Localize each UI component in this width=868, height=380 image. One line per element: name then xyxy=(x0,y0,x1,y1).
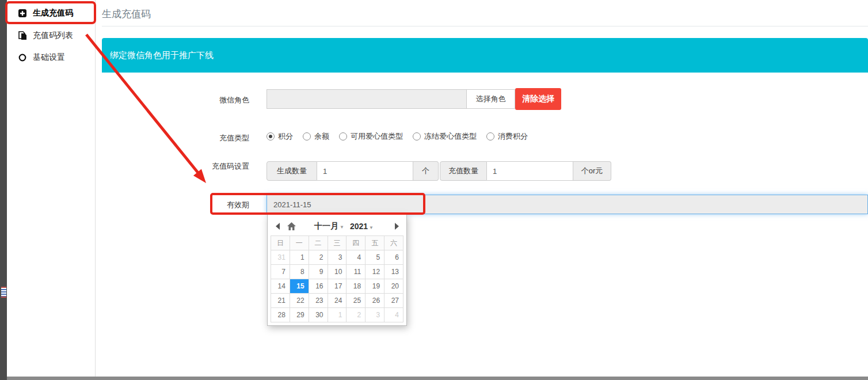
calendar-day[interactable]: 5 xyxy=(366,250,384,265)
recharge-qty-input[interactable] xyxy=(487,161,573,181)
calendar-day[interactable]: 28 xyxy=(271,308,290,322)
calendar-day[interactable]: 27 xyxy=(384,294,403,308)
day-of-week-header: 四 xyxy=(347,236,366,250)
calendar-day[interactable]: 26 xyxy=(366,294,384,308)
recharge-qty-suffix: 个or元 xyxy=(573,161,611,181)
sidebar-item-label: 生成充值码 xyxy=(33,8,73,18)
prev-month-button[interactable] xyxy=(271,219,284,233)
home-icon[interactable] xyxy=(284,219,298,233)
calendar-day[interactable]: 7 xyxy=(271,265,290,279)
calendar-day[interactable]: 25 xyxy=(347,294,366,308)
calendar-day[interactable]: 24 xyxy=(328,294,347,308)
clear-selection-button[interactable]: 清除选择 xyxy=(515,88,561,110)
sidebar-item-label: 基础设置 xyxy=(33,52,65,63)
generate-qty-input[interactable] xyxy=(317,161,413,181)
calendar-week-row: 21222324252627 xyxy=(271,294,403,308)
panel-header: 绑定微信角色用于推广下线 xyxy=(102,38,868,73)
day-of-week-header: 二 xyxy=(309,236,328,250)
radio-selected-icon[interactable] xyxy=(267,132,275,140)
circle-icon xyxy=(18,53,27,62)
sidebar: 生成充值码 充值码列表 基础设置 xyxy=(7,0,96,377)
calendar-day[interactable]: 8 xyxy=(290,265,309,279)
radio-option[interactable]: 余额 xyxy=(303,131,329,142)
sidebar-item-generate-code[interactable]: 生成充值码 xyxy=(7,5,95,22)
radio-unselected-icon[interactable] xyxy=(303,132,311,140)
calendar-week-row: 78910111213 xyxy=(271,265,403,279)
radio-unselected-icon[interactable] xyxy=(413,132,421,140)
calendar-day[interactable]: 29 xyxy=(290,308,309,322)
calendar-day[interactable]: 4 xyxy=(384,308,403,322)
radio-label: 消费积分 xyxy=(498,131,528,142)
calendar-day[interactable]: 10 xyxy=(328,265,347,279)
datepicker-header: 十一月 ▼ 2021 ▼ xyxy=(271,218,403,234)
validity-label: 有效期 xyxy=(157,200,249,210)
radio-option[interactable]: 冻结爱心值类型 xyxy=(413,131,477,142)
radio-label: 积分 xyxy=(278,131,293,142)
calendar-day[interactable]: 19 xyxy=(366,279,384,294)
calendar-day[interactable]: 4 xyxy=(347,250,366,265)
radio-label: 余额 xyxy=(314,131,329,142)
calendar-day[interactable]: 30 xyxy=(309,308,328,322)
next-month-button[interactable] xyxy=(390,219,403,233)
radio-label: 可用爱心值类型 xyxy=(351,131,403,142)
day-of-week-header: 日 xyxy=(271,236,290,250)
calendar-day[interactable]: 18 xyxy=(347,279,366,294)
calendar-day[interactable]: 21 xyxy=(271,294,290,308)
calendar-day[interactable]: 9 xyxy=(309,265,328,279)
window-bottom-edge xyxy=(0,377,868,380)
day-of-week-header: 一 xyxy=(290,236,309,250)
calendar-day[interactable]: 2 xyxy=(309,250,328,265)
calendar-day[interactable]: 14 xyxy=(271,279,290,294)
recharge-qty-group: 充值数量 个or元 xyxy=(440,161,611,181)
calendar-day[interactable]: 20 xyxy=(384,279,403,294)
page-title: 生成充值码 xyxy=(102,7,151,21)
validity-date-input[interactable] xyxy=(267,195,868,214)
radio-unselected-icon[interactable] xyxy=(339,132,347,140)
calendar-day-selected[interactable]: 15 xyxy=(290,279,309,294)
calendar-week-row: 2829301234 xyxy=(271,308,403,322)
calendar-day[interactable]: 22 xyxy=(290,294,309,308)
calendar-week-row: 31123456 xyxy=(271,250,403,265)
wechat-role-label: 微信角色 xyxy=(157,95,249,105)
datepicker-title: 十一月 ▼ 2021 ▼ xyxy=(298,221,390,231)
year-select[interactable]: 2021 ▼ xyxy=(350,222,374,231)
calendar-day[interactable]: 12 xyxy=(366,265,384,279)
calendar-day[interactable]: 23 xyxy=(309,294,328,308)
calendar-day[interactable]: 1 xyxy=(290,250,309,265)
calendar-day[interactable]: 3 xyxy=(328,250,347,265)
month-select[interactable]: 十一月 ▼ xyxy=(314,221,344,231)
calendar-day[interactable]: 11 xyxy=(347,265,366,279)
recharge-type-label: 充值类型 xyxy=(157,133,249,143)
generate-qty-suffix: 个 xyxy=(413,161,439,181)
sidebar-item-basic-settings[interactable]: 基础设置 xyxy=(7,50,95,66)
radio-option[interactable]: 可用爱心值类型 xyxy=(339,131,403,142)
day-of-week-header: 三 xyxy=(328,236,347,250)
sidebar-item-label: 充值码列表 xyxy=(33,31,73,41)
panel-title: 绑定微信角色用于推广下线 xyxy=(110,50,214,61)
select-role-button[interactable]: 选择角色 xyxy=(466,89,515,109)
title-divider xyxy=(102,26,868,26)
calendar-week-row: 14151617181920 xyxy=(271,279,403,294)
generate-qty-prefix: 生成数量 xyxy=(267,161,317,181)
datepicker-popup: 十一月 ▼ 2021 ▼ 日一二三四五六 3112345678910111213… xyxy=(267,214,407,326)
radio-option[interactable]: 消费积分 xyxy=(486,131,528,142)
calendar-day[interactable]: 16 xyxy=(309,279,328,294)
wechat-role-input[interactable] xyxy=(267,89,467,109)
plus-square-icon xyxy=(18,9,27,18)
calendar-day[interactable]: 1 xyxy=(328,308,347,322)
radio-label: 冻结爱心值类型 xyxy=(424,131,477,142)
radio-option[interactable]: 积分 xyxy=(267,131,293,142)
edge-flag-icon xyxy=(1,287,6,298)
chevron-down-icon: ▼ xyxy=(340,225,344,230)
calendar-day[interactable]: 2 xyxy=(347,308,366,322)
day-of-week-header: 五 xyxy=(366,236,384,250)
generate-qty-group: 生成数量 个 xyxy=(267,161,439,181)
calendar-day[interactable]: 6 xyxy=(384,250,403,265)
calendar-day[interactable]: 17 xyxy=(328,279,347,294)
radio-unselected-icon[interactable] xyxy=(486,132,494,140)
sidebar-item-code-list[interactable]: 充值码列表 xyxy=(7,28,95,44)
calendar-day[interactable]: 3 xyxy=(366,308,384,322)
day-of-week-header: 六 xyxy=(384,236,403,250)
calendar-day[interactable]: 31 xyxy=(271,250,290,265)
calendar-day[interactable]: 13 xyxy=(384,265,403,279)
